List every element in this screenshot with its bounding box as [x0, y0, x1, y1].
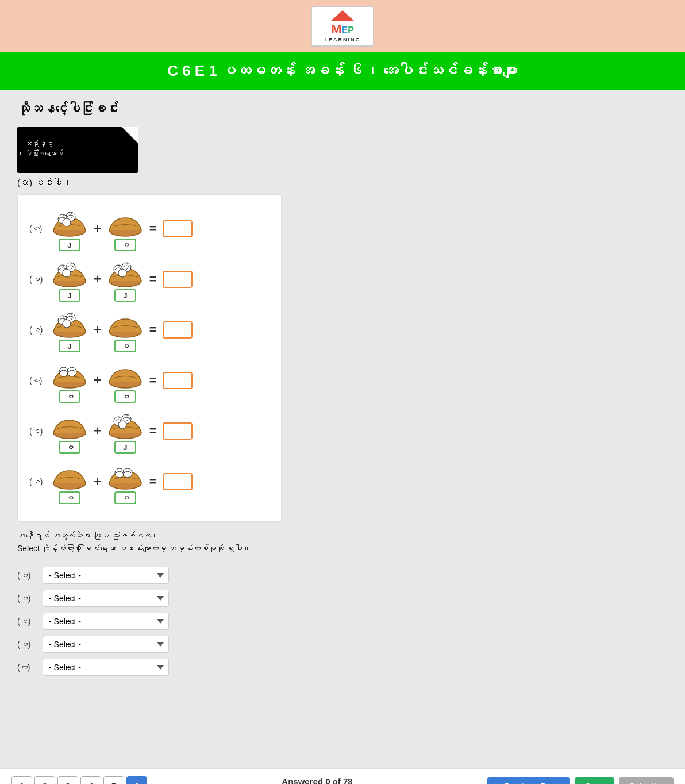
- answer-input-5[interactable]: [163, 422, 193, 440]
- num-box: ဝ: [59, 441, 80, 454]
- num-box: ဝ: [114, 340, 136, 352]
- row-label-5: (င): [29, 426, 45, 436]
- basket-right-6: ဂ: [107, 459, 144, 504]
- footer-bar: 1 2 3 4 5 6 Answered 0 of 78 (0%) « Prev…: [0, 768, 685, 784]
- select-label-3: (င): [17, 617, 36, 626]
- select-label-2: (ဂ): [17, 594, 36, 603]
- basket-icon: [51, 459, 88, 490]
- footer-right: « Previous Page Save Submit »: [487, 777, 674, 785]
- logo-roof-icon: [331, 10, 354, 21]
- submit-button[interactable]: Submit »: [619, 777, 674, 785]
- video-thumbnail[interactable]: သုဦးနှင့် ပေါင်းကြရအောင်: [17, 127, 138, 173]
- basket-icon: [51, 308, 88, 339]
- basket-right-3: ဝ: [107, 308, 144, 352]
- basket-left-2: J: [51, 257, 88, 302]
- instruction-2: Select ကိုနှိပ်ထားပြီး မြင်ရသော ဂဏန်းမျာ…: [17, 544, 668, 553]
- basket-icon: [107, 308, 144, 339]
- select-row-3: (င) - Select -: [17, 613, 668, 630]
- video-title: သုဦးနှင့်: [25, 140, 130, 148]
- page-btn-4[interactable]: 4: [80, 776, 101, 785]
- basket-icon: [107, 459, 144, 490]
- basket-right-4: ဝ: [107, 358, 144, 403]
- num-box: ဂ: [59, 390, 80, 403]
- num-box: ဂ: [114, 239, 136, 251]
- num-box: J: [59, 289, 80, 302]
- basket-icon: [107, 206, 144, 237]
- answer-input-2[interactable]: [163, 271, 193, 288]
- num-box: J: [114, 441, 136, 454]
- page-btn-5[interactable]: 5: [103, 776, 124, 785]
- select-label-4: (ခ): [17, 640, 36, 649]
- select-row-4: (ခ) - Select -: [17, 636, 668, 653]
- svg-point-3: [63, 218, 71, 226]
- logo-p: P: [348, 25, 354, 36]
- basket-right-2: J: [107, 257, 144, 302]
- row-label-3: (ဂ): [29, 325, 45, 335]
- video-line: [25, 160, 48, 160]
- logo: M E P LEARNING: [311, 6, 374, 47]
- select-dropdown-2[interactable]: - Select -: [43, 590, 169, 607]
- logo-e: E: [341, 25, 348, 36]
- exercise-box: (က) J +: [17, 194, 282, 522]
- page-btn-3[interactable]: 3: [57, 776, 78, 785]
- answer-input-4[interactable]: [163, 372, 193, 389]
- table-row: (စ) ဝ + ဂ: [29, 459, 270, 504]
- page-numbers: 1 2 3 4 5 6: [11, 776, 147, 785]
- answer-input-3[interactable]: [163, 321, 193, 339]
- save-button[interactable]: Save: [575, 777, 614, 785]
- answer-input-1[interactable]: [163, 220, 193, 237]
- select-dropdown-5[interactable]: - Select -: [43, 659, 169, 676]
- basket-icon: [107, 257, 144, 288]
- page-btn-1[interactable]: 1: [11, 776, 32, 785]
- basket-right-5: J: [107, 409, 144, 454]
- select-dropdown-4[interactable]: - Select -: [43, 636, 169, 653]
- logo-bar: M E P LEARNING: [0, 0, 685, 52]
- instruction-1: အနီရောင် အကွက်ထဲမှာ အပြေ ဘာဖြစ်မလဲ။: [17, 531, 668, 540]
- svg-point-16: [63, 320, 71, 328]
- svg-point-8: [63, 269, 71, 277]
- basket-left-5: ဝ: [51, 409, 88, 454]
- basket-left-3: J: [51, 308, 88, 352]
- footer-center: Answered 0 of 78 (0%): [147, 777, 487, 785]
- section-title: သိုသနင့်ပေါင်းခြင်း: [17, 102, 668, 117]
- basket-icon: [107, 358, 144, 389]
- part-label: (၁) ပေါင်းပါ။: [17, 178, 668, 187]
- main-content: သိုသနင့်ပေါင်းခြင်း သုဦးနှင့် ပေါင်းကြရအ…: [0, 90, 685, 768]
- logo-learning: LEARNING: [325, 37, 361, 43]
- answer-input-6[interactable]: [163, 473, 193, 490]
- basket-icon: [51, 409, 88, 440]
- video-sub: ပေါင်းကြရအောင်: [25, 149, 130, 156]
- basket-left-4: ဂ: [51, 358, 88, 403]
- num-box: ဂ: [114, 491, 136, 504]
- table-row: (ဂ) J +: [29, 308, 270, 352]
- num-box: ဝ: [114, 390, 136, 403]
- prev-page-button[interactable]: « Previous Page: [487, 777, 570, 785]
- num-box: ဝ: [59, 491, 80, 504]
- select-row-1: (စ) - Select -: [17, 567, 668, 584]
- basket-icon: [51, 206, 88, 237]
- basket-left-6: ဝ: [51, 459, 88, 504]
- page-btn-6[interactable]: 6: [126, 776, 147, 785]
- banner-title: C 6 E 1 ပထမတန်း အခန်း ၆၊ အပေါင်းသင်ခန်းစ…: [0, 52, 685, 90]
- page-btn-2[interactable]: 2: [34, 776, 55, 785]
- table-row: (ဃ) ဂ + ဝ: [29, 358, 270, 403]
- num-box: J: [59, 239, 80, 251]
- basket-right-1: ဂ: [107, 206, 144, 251]
- svg-point-26: [118, 421, 126, 429]
- num-box: J: [59, 340, 80, 352]
- table-row: (ခ) J +: [29, 257, 270, 302]
- table-row: (က) J +: [29, 206, 270, 251]
- answered-text: Answered 0 of 78: [282, 777, 352, 785]
- select-dropdown-3[interactable]: - Select -: [43, 613, 169, 630]
- basket-icon: [51, 358, 88, 389]
- logo-mep: M E P: [331, 22, 354, 37]
- basket-icon: [107, 409, 144, 440]
- row-label-1: (က): [29, 224, 45, 233]
- basket-icon: [51, 257, 88, 288]
- svg-point-12: [118, 269, 126, 277]
- select-dropdown-1[interactable]: - Select -: [43, 567, 169, 584]
- basket-left-1: J: [51, 206, 88, 251]
- row-label-2: (ခ): [29, 275, 45, 284]
- logo-m: M: [331, 22, 341, 37]
- select-row-5: (က) - Select -: [17, 659, 668, 676]
